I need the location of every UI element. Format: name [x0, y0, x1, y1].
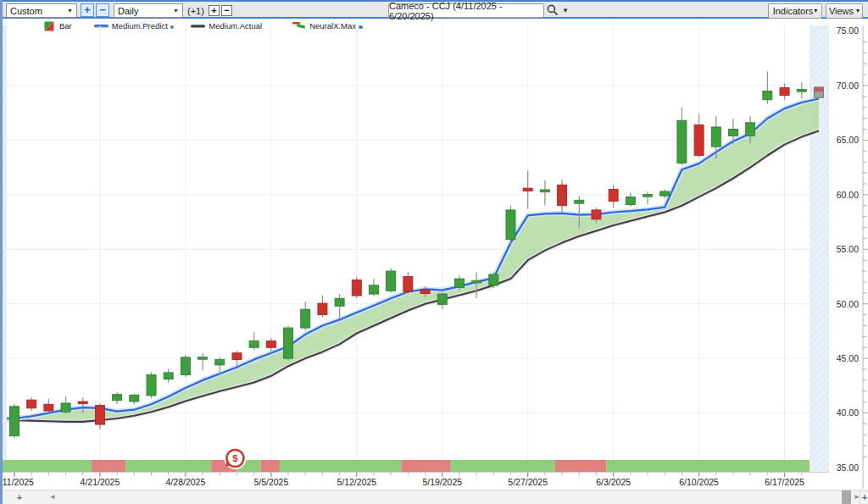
y-axis-label: 35.00: [837, 462, 859, 473]
candle-5/27[interactable]: [523, 171, 532, 209]
candle-6/5[interactable]: [643, 191, 653, 204]
candle-4/22[interactable]: [113, 392, 122, 404]
x-axis-label: 5/19/2025: [422, 477, 462, 487]
candle-4/11[interactable]: [10, 404, 19, 439]
neuralx-strip-segment-up: [607, 460, 810, 473]
candle-5/8[interactable]: [318, 295, 327, 317]
neuralx-strip-segment-up: [451, 460, 555, 473]
candle-5/6[interactable]: [284, 325, 293, 360]
x-axis-label: 5/5/2025: [253, 477, 288, 487]
neuralx-strip-segment-up: [3, 460, 92, 473]
y-axis-label: 45.00: [837, 353, 859, 363]
range-dropdown-value: Custom: [10, 6, 42, 16]
x-axis-label: 6/10/2025: [679, 477, 719, 487]
search-icon: [547, 4, 559, 16]
candle-6/3[interactable]: [609, 186, 618, 208]
neuralx-strip-segment-down: [555, 460, 607, 473]
dividend-marker[interactable]: $: [224, 447, 246, 469]
bar-offset-label: (+1): [187, 2, 204, 20]
y-axis-label: 65.00: [837, 135, 859, 145]
candle-4/21[interactable]: [95, 403, 104, 429]
candle-6/18[interactable]: [797, 82, 806, 98]
candle-4/24[interactable]: [147, 372, 156, 398]
x-axis-label: 4/11/2025: [0, 477, 34, 487]
neuralx-strip-segment-down: [401, 460, 451, 473]
candle-6/9[interactable]: [677, 108, 687, 165]
candle-5/29[interactable]: [558, 180, 567, 213]
candle-4/15[interactable]: [44, 399, 53, 413]
charting-app-window: { "toolbar": { "range_selector": "Custom…: [0, 0, 868, 504]
window-edge-strip: [0, 0, 3, 504]
x-axis-label: 4/21/2025: [81, 477, 120, 487]
views-button-label: Views: [829, 6, 854, 16]
neuralx-strip-segment-down: [261, 460, 280, 473]
y-axis-label: 75.00: [837, 25, 859, 36]
scroll-zoom-right-button[interactable]: +: [860, 490, 868, 504]
candle-5/14[interactable]: [387, 268, 396, 293]
candle-4/14[interactable]: [27, 397, 36, 411]
indicators-button-label: Indicators: [773, 6, 814, 16]
candle-5/12[interactable]: [352, 277, 361, 299]
symbol-search[interactable]: ▼: [547, 4, 569, 16]
candle-4/16[interactable]: [61, 396, 70, 413]
scroll-left-arrow[interactable]: ◄: [47, 490, 58, 504]
candle-6/16[interactable]: [763, 71, 772, 104]
candle-5/19[interactable]: [437, 292, 447, 310]
price-chart[interactable]: $4/11/20254/21/20254/28/20255/5/20255/12…: [0, 19, 868, 490]
candle-5/13[interactable]: [369, 279, 378, 296]
chevron-down-icon: ▼: [173, 8, 179, 14]
step-back-button[interactable]: −: [221, 5, 232, 16]
candle-4/28[interactable]: [181, 355, 190, 377]
candle-6/10[interactable]: [694, 114, 704, 158]
candle-5/22[interactable]: [489, 272, 498, 288]
candle-5/9[interactable]: [335, 294, 344, 319]
step-forward-button[interactable]: +: [209, 5, 220, 16]
chevron-down-icon: ▾: [814, 7, 817, 14]
x-axis-label: 5/27/2025: [508, 477, 548, 487]
top-toolbar: Custom ▼ + − Daily ▼ (+1) + − Cameco - C…: [0, 0, 868, 19]
x-axis-label: 6/3/2025: [596, 477, 631, 487]
range-dropdown[interactable]: Custom ▼: [6, 3, 77, 18]
symbol-title: Cameco - CCJ (4/11/2025 - 6/20/2025): [389, 1, 543, 21]
candle-6/20[interactable]: [814, 87, 823, 97]
y-axis-label: 40.00: [837, 407, 859, 418]
neuralx-strip-segment-up: [280, 460, 401, 473]
zoom-out-button[interactable]: −: [96, 3, 109, 17]
candle-5/7[interactable]: [301, 302, 310, 330]
chevron-down-icon: ▼: [562, 7, 569, 14]
period-dropdown[interactable]: Daily ▼: [114, 3, 183, 18]
candle-5/28[interactable]: [540, 180, 549, 206]
scrollbar-thumb[interactable]: [842, 490, 851, 504]
y-axis-label: 50.00: [837, 299, 859, 309]
neuralx-strip-segment-down: [92, 460, 125, 473]
candle-4/23[interactable]: [130, 393, 139, 404]
symbol-title-box[interactable]: Cameco - CCJ (4/11/2025 - 6/20/2025): [388, 3, 544, 18]
chevron-down-icon: ▼: [67, 8, 73, 14]
indicators-button[interactable]: Indicators▾: [768, 3, 822, 19]
left-edge-highlight: [3, 25, 7, 473]
horizontal-scrollbar[interactable]: + ◄ ► +: [0, 490, 868, 504]
candle-4/29[interactable]: [198, 353, 208, 371]
candle-5/15[interactable]: [403, 272, 413, 294]
neuralx-strip-segment-up: [125, 460, 211, 473]
y-axis-label: 55.00: [837, 244, 859, 254]
period-dropdown-value: Daily: [118, 6, 138, 16]
x-axis-label: 4/28/2025: [166, 477, 206, 487]
svg-text:$: $: [232, 453, 238, 463]
scroll-zoom-left-button[interactable]: +: [14, 490, 25, 504]
y-axis-label: 70.00: [837, 80, 859, 91]
x-axis-label: 6/17/2025: [765, 477, 804, 487]
x-axis-label: 5/12/2025: [337, 477, 376, 487]
zoom-in-button[interactable]: +: [81, 3, 94, 17]
chevron-down-icon: ▾: [856, 7, 860, 14]
candle-4/25[interactable]: [164, 369, 173, 382]
candle-5/2[interactable]: [249, 332, 259, 350]
y-axis-label: 60.00: [837, 190, 859, 200]
views-button[interactable]: Views▾: [826, 3, 863, 19]
